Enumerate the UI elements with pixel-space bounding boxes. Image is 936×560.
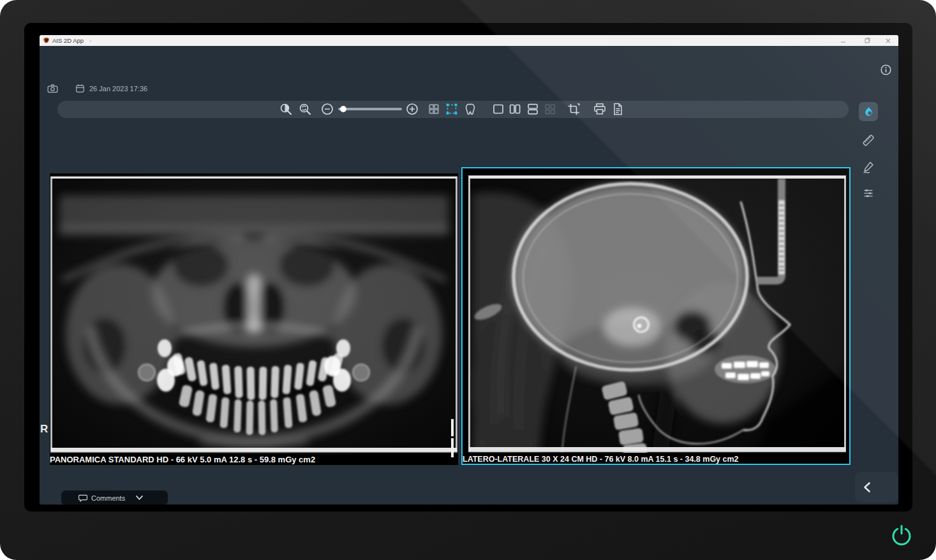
fit-to-view-button[interactable] (427, 102, 441, 116)
power-button[interactable] (889, 523, 914, 547)
minimize-icon (841, 38, 846, 43)
zoom-reset-icon (298, 102, 312, 116)
rotate-crop-button[interactable] (567, 102, 581, 116)
tooth-chart-button[interactable] (463, 102, 477, 116)
chevron-left-icon (863, 482, 872, 493)
layout-grid-icon (543, 102, 557, 116)
layout-single-button[interactable] (491, 102, 505, 116)
pen-icon (861, 160, 875, 174)
close-icon (886, 38, 891, 43)
window-title-suffix: - (89, 37, 91, 44)
viewer-caption: LATERO-LATERALE 30 X 24 CM HD - 76 kV 8.… (463, 455, 849, 464)
zoom-dynamic-button[interactable] (279, 102, 293, 116)
layout-grid-button[interactable] (543, 102, 557, 116)
layout-single-icon (491, 102, 505, 116)
measure-tool[interactable] (861, 133, 875, 147)
window-title: AIS 2D App (52, 37, 84, 44)
print-button[interactable] (593, 102, 607, 116)
film-edge-marker (451, 438, 454, 457)
minimize-button[interactable] (839, 36, 848, 45)
crop-select-button[interactable] (445, 102, 459, 116)
zoom-dynamic-icon (279, 102, 293, 116)
viewer-panoramic[interactable]: PANORAMICA STANDARD HD - 66 kV 5.0 mA 12… (50, 173, 458, 465)
layout-two-horizontal-button[interactable] (526, 102, 540, 116)
layout-two-vertical-icon (508, 102, 522, 116)
calendar-icon (75, 84, 85, 93)
image-adjustments-icon (863, 106, 875, 118)
cephalometric-xray-image (468, 175, 847, 453)
collapse-sidebar-button[interactable] (855, 472, 898, 503)
panoramic-xray-image (50, 175, 458, 454)
zoom-slider-handle[interactable] (340, 106, 346, 112)
comments-label: Comments (91, 494, 125, 502)
zoom-out-icon (320, 102, 334, 116)
info-icon (880, 64, 892, 76)
levels-icon (863, 188, 874, 199)
monitor-bezel: AIS 2D App - (0, 0, 936, 560)
annotate-tool[interactable] (861, 160, 875, 174)
comments-bar[interactable]: Comments (61, 490, 168, 505)
info-button[interactable] (880, 64, 892, 76)
screenshot-camera-button[interactable] (47, 84, 58, 93)
ruler-icon (861, 133, 875, 147)
layout-two-vertical-button[interactable] (508, 102, 522, 116)
zoom-in-button[interactable] (405, 102, 419, 116)
close-button[interactable] (884, 36, 893, 45)
viewer-caption: PANORAMICA STANDARD HD - 66 kV 5.0 mA 12… (50, 454, 458, 465)
report-icon (611, 102, 625, 116)
zoom-reset-button[interactable] (298, 102, 312, 116)
app-content: 26 Jan 2023 17:36 (40, 46, 898, 505)
comment-bubble-icon (78, 494, 87, 502)
viewer-cephalometric[interactable]: LATERO-LATERALE 30 X 24 CM HD - 76 kV 8.… (461, 167, 851, 465)
window-titlebar: AIS 2D App - (40, 35, 898, 46)
orientation-marker: R (40, 423, 48, 436)
image-adjustments-tool[interactable] (859, 102, 878, 121)
film-edge-marker (451, 419, 454, 436)
power-icon (889, 523, 914, 547)
exam-date-button[interactable] (75, 84, 85, 93)
app-logo-icon (43, 37, 50, 44)
fit-to-view-icon (427, 102, 441, 116)
restore-button[interactable] (863, 36, 872, 45)
crop-select-icon (445, 102, 459, 116)
display-settings-tool[interactable] (863, 188, 874, 199)
zoom-out-button[interactable] (320, 102, 334, 116)
app-window: AIS 2D App - (40, 35, 898, 505)
exam-datetime: 26 Jan 2023 17:36 (89, 85, 147, 92)
camera-icon (47, 84, 58, 93)
layout-two-horizontal-icon (526, 102, 540, 116)
rotate-crop-icon (567, 102, 581, 116)
chevron-down-icon[interactable] (135, 495, 144, 501)
tooth-icon (463, 102, 477, 116)
restore-icon (865, 38, 870, 43)
zoom-in-icon (405, 102, 419, 116)
zoom-slider[interactable] (338, 108, 402, 110)
report-button[interactable] (611, 102, 625, 116)
print-icon (593, 102, 607, 116)
